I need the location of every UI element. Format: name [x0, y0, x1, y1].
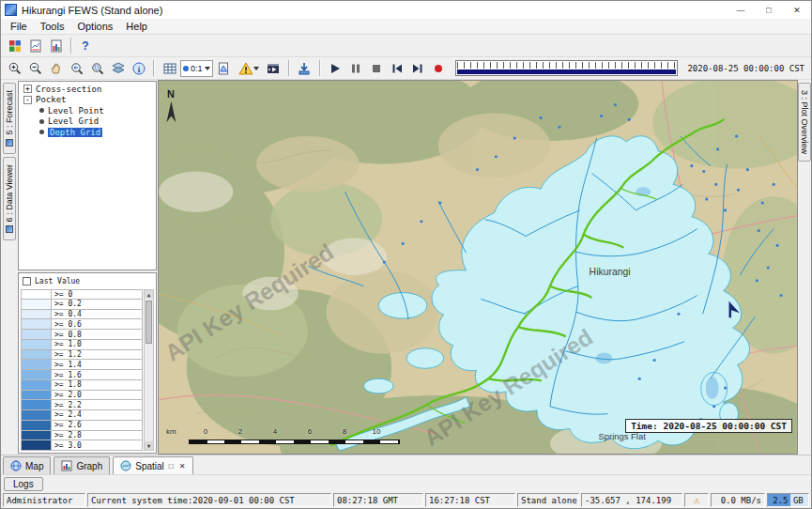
legend-swatch: [21, 310, 52, 320]
legend-header: Last Value: [19, 273, 156, 288]
tree-item-pocket[interactable]: - Pocket: [19, 95, 156, 106]
toolbar-datetime: 2020-08-25 00:00:00 CST: [684, 64, 807, 73]
right-tab-strip: 3 : Plot Overview: [798, 80, 811, 455]
legend-swatch: [21, 410, 52, 421]
scale-tick: 0: [204, 427, 207, 436]
status-warning-icon[interactable]: ⚠: [684, 493, 709, 507]
export-download-icon[interactable]: [295, 59, 314, 78]
profile-document-icon[interactable]: [214, 59, 234, 78]
map-time-label: Time: 2020-08-25 00:00:00 CST: [625, 419, 792, 433]
menu-tools[interactable]: Tools: [34, 20, 71, 33]
legend-swatch: [21, 289, 52, 300]
pause-icon[interactable]: [346, 59, 366, 78]
tab-plot-overview[interactable]: 3 : Plot Overview: [798, 83, 811, 162]
scroll-thumb[interactable]: [146, 301, 152, 344]
legend-entry: >= 0.4: [21, 310, 143, 320]
play-icon[interactable]: [326, 59, 345, 78]
legend-swatch: [21, 421, 52, 431]
status-memory: 2.5 GB: [767, 493, 809, 507]
legend-swatch: [21, 300, 52, 310]
bottom-tab-bar: Map Graph Spatial □ ✕: [1, 455, 811, 474]
bullet-icon: [39, 119, 44, 124]
toolbar-separator: [70, 38, 72, 54]
zoom-out-icon[interactable]: [25, 59, 45, 78]
tab-forecast[interactable]: 5 : Forecast: [3, 83, 16, 154]
grid-display-icon[interactable]: [160, 59, 179, 78]
town-label: Hikurangi: [590, 267, 631, 277]
menu-help[interactable]: Help: [119, 20, 154, 33]
maximize-button[interactable]: □: [755, 1, 783, 19]
warnings-dropdown[interactable]: [235, 59, 263, 78]
tab-data-viewer-label: 6 : Data Viewer: [5, 164, 14, 222]
scroll-up-icon[interactable]: ▲: [145, 290, 153, 299]
help-button[interactable]: ?: [77, 37, 94, 55]
tree-item-depth-grid[interactable]: Depth Grid: [19, 127, 156, 138]
timeseries-display-icon[interactable]: [25, 37, 45, 55]
legend-list: >= 0 >= 0.2 >= 0.4 >= 0.6 >= 0.8 >= 1.0 …: [21, 289, 143, 451]
tab-spatial[interactable]: Spatial □ ✕: [113, 456, 193, 474]
spatial-display-icon[interactable]: [46, 37, 66, 55]
legend-entry: >= 2.2: [21, 400, 143, 410]
scale-combo[interactable]: 0:1: [180, 60, 213, 77]
timeline-range-bar: [457, 69, 677, 74]
map-view[interactable]: API Key Required API Key Required Hikura…: [158, 80, 798, 455]
forecast-tab-icon: [6, 139, 13, 147]
status-mode: Stand alone: [517, 493, 579, 507]
record-icon[interactable]: [429, 59, 449, 78]
map-canvas[interactable]: API Key Required API Key Required Hikura…: [159, 81, 797, 454]
zoom-previous-icon[interactable]: [67, 59, 86, 78]
legend-entry: >= 3.0: [21, 440, 143, 451]
zoom-extent-icon[interactable]: [87, 59, 107, 78]
north-label: N: [167, 88, 175, 100]
tree-item-level-point[interactable]: Level Point: [19, 105, 156, 116]
tab-data-viewer[interactable]: 6 : Data Viewer: [3, 157, 16, 240]
layer-dot-icon: [183, 66, 189, 71]
legend-entry: >= 1.4: [21, 360, 143, 370]
pan-hand-icon[interactable]: [46, 59, 66, 78]
tab-map-label: Map: [25, 461, 43, 471]
legend-swatch: [21, 370, 52, 380]
menu-file[interactable]: File: [4, 20, 34, 33]
zoom-in-icon[interactable]: [5, 59, 24, 78]
legend-entry: >= 0.2: [21, 300, 143, 310]
tree-item-level-grid[interactable]: Level Grid: [19, 116, 156, 128]
legend-entry: >= 1.6: [21, 370, 143, 380]
explorer-icon[interactable]: [5, 37, 24, 55]
collapse-icon[interactable]: -: [23, 96, 32, 104]
status-coordinates: -35.657 , 174.199: [581, 493, 682, 507]
logs-row: Logs: [1, 474, 811, 492]
expand-icon[interactable]: +: [23, 85, 32, 93]
chevron-down-icon: [205, 67, 210, 73]
map-toolbar: i 0:1: [1, 57, 811, 80]
minimize-button[interactable]: —: [727, 1, 755, 19]
scale-unit-label: km: [166, 427, 176, 436]
legend-entry: >= 0.8: [21, 330, 143, 340]
info-icon[interactable]: i: [129, 59, 148, 78]
scroll-down-icon[interactable]: ▼: [145, 441, 153, 450]
tab-restore-icon[interactable]: □: [168, 462, 175, 470]
stop-icon[interactable]: [367, 59, 387, 78]
timeline-slider[interactable]: [455, 60, 679, 76]
legend-swatch: [21, 360, 52, 370]
step-forward-icon[interactable]: [408, 59, 428, 78]
logs-button[interactable]: Logs: [4, 477, 43, 491]
timeline-ticks: [457, 62, 677, 69]
step-back-icon[interactable]: [388, 59, 407, 78]
status-local-time: 16:27:18 CST: [425, 493, 515, 507]
legend-scrollbar[interactable]: ▲ ▼: [144, 289, 154, 451]
tab-close-icon[interactable]: ✕: [178, 462, 187, 470]
close-button[interactable]: ✕: [783, 1, 811, 19]
data-viewer-tab-icon: [6, 225, 13, 233]
last-value-checkbox[interactable]: [23, 277, 31, 285]
legend-entry: >= 1.8: [21, 380, 143, 391]
tab-graph[interactable]: Graph: [54, 456, 110, 474]
layers-icon[interactable]: [108, 59, 128, 78]
legend-swatch: [21, 400, 52, 410]
animation-icon[interactable]: [264, 59, 283, 78]
tree-item-label: Level Point: [48, 106, 104, 116]
map-scalebar: km 0 2 4 6 8 10: [166, 427, 410, 446]
tab-map[interactable]: Map: [3, 456, 51, 474]
tree-item-label: Level Grid: [48, 116, 99, 126]
menu-options[interactable]: Options: [70, 20, 119, 33]
tree-item-cross-section[interactable]: + Cross-section: [19, 84, 156, 95]
